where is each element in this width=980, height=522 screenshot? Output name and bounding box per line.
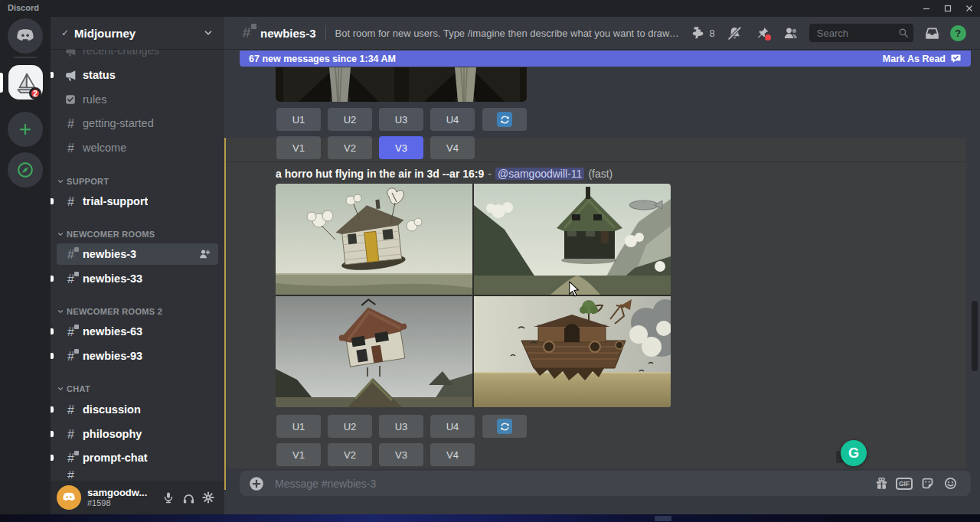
message-input[interactable] <box>273 477 870 491</box>
deafen-button[interactable] <box>178 487 198 508</box>
chevron-down-icon <box>203 28 214 38</box>
plus-icon <box>18 122 32 136</box>
button-u4[interactable]: U4 <box>430 108 475 131</box>
mark-as-read-button[interactable]: Mark As Read <box>883 53 962 64</box>
rules-icon <box>64 93 77 106</box>
button-v3[interactable]: V3 <box>379 443 423 466</box>
gift-button[interactable] <box>870 476 893 491</box>
chat-area: newbies-3 Bot room for new users. Type /… <box>224 17 980 514</box>
sidebar-item-discussion[interactable]: discussion <box>57 399 218 420</box>
channel-label: status <box>83 69 116 81</box>
chat-header: newbies-3 Bot room for new users. Type /… <box>224 17 980 49</box>
help-button[interactable]: ? <box>950 25 966 41</box>
button-u3[interactable]: U3 <box>379 415 423 438</box>
user-info[interactable]: samgoodw... #1598 <box>87 488 158 508</box>
search-box[interactable] <box>809 24 913 42</box>
button-u4[interactable]: U4 <box>430 415 475 438</box>
unread-pill <box>51 455 54 461</box>
button-u2[interactable]: U2 <box>328 108 372 131</box>
active-server-pill <box>0 73 3 93</box>
user-mention[interactable]: @samgoodwill-11 <box>495 168 584 180</box>
button-u1[interactable]: U1 <box>276 108 321 131</box>
notification-settings-button[interactable] <box>727 26 742 41</box>
mark-as-read-label: Mark As Read <box>883 54 946 64</box>
search-input[interactable] <box>815 27 898 40</box>
member-list-button[interactable] <box>783 25 799 41</box>
pinned-messages-button[interactable] <box>756 26 769 40</box>
discord-logo-icon <box>15 25 36 47</box>
unread-pill <box>51 328 54 334</box>
button-u1[interactable]: U1 <box>276 415 321 438</box>
category-newcomer-rooms-2[interactable]: NEWCOMER ROOMS 2 <box>57 305 218 318</box>
button-v1[interactable]: V1 <box>276 136 321 159</box>
inbox-button[interactable] <box>925 26 939 41</box>
button-v4[interactable]: V4 <box>430 136 475 159</box>
sidebar-item-trial-support[interactable]: trial-support <box>57 191 218 212</box>
threads-button[interactable]: 8 <box>691 26 715 40</box>
category-newcomer-rooms[interactable]: NEWCOMER ROOMS <box>57 227 218 241</box>
button-v1[interactable]: V1 <box>276 443 321 466</box>
mute-mic-button[interactable] <box>158 487 178 508</box>
sidebar-item-welcome[interactable]: welcome <box>57 137 218 158</box>
rail-divider <box>14 57 37 58</box>
sidebar-item-partial[interactable] <box>57 471 218 478</box>
sidebar-item-rules[interactable]: rules <box>57 89 218 110</box>
avatar[interactable] <box>57 485 81 510</box>
channel-hash-icon <box>239 25 254 41</box>
category-chat[interactable]: CHAT <box>57 382 218 396</box>
gif-picker-button[interactable]: GIF <box>893 478 916 490</box>
hash-badge-icon <box>64 248 77 261</box>
button-v2[interactable]: V2 <box>328 136 372 159</box>
button-v2[interactable]: V2 <box>328 443 372 466</box>
unread-pill <box>51 198 54 204</box>
question-mark-icon: ? <box>950 25 966 41</box>
category-support[interactable]: SUPPORT <box>57 175 218 188</box>
hash-badge-icon <box>64 325 77 338</box>
grid-image-2-mountain-cabin <box>474 184 671 295</box>
button-reroll[interactable] <box>482 108 527 131</box>
message-image-upscale[interactable] <box>276 67 527 102</box>
button-reroll[interactable] <box>482 415 527 438</box>
grammarly-widget[interactable]: G <box>841 440 867 466</box>
close-button[interactable] <box>959 0 980 17</box>
sidebar-item-prompt-chat[interactable]: prompt-chat <box>57 447 218 468</box>
discriminator: #1598 <box>87 498 158 508</box>
sidebar-item-philosophy[interactable]: philosophy <box>57 423 218 445</box>
explore-servers-button[interactable] <box>8 152 43 188</box>
sidebar-item-newbies-3[interactable]: newbies-3 <box>57 243 218 265</box>
chat-scrollbar-thumb[interactable] <box>972 301 978 371</box>
hash-badge-icon <box>64 452 77 465</box>
sidebar-item-newbies-63[interactable]: newbies-63 <box>57 321 218 342</box>
grammarly-icon[interactable]: G <box>841 440 867 466</box>
message-composer[interactable]: GIF <box>240 471 971 496</box>
sidebar-item-newbies-33[interactable]: newbies-33 <box>57 268 218 289</box>
sidebar-item-newbies-93[interactable]: newbies-93 <box>57 345 218 367</box>
grid-image-3-crooked-hut <box>276 296 472 407</box>
threads-icon <box>691 26 707 40</box>
sticker-button[interactable] <box>916 476 939 491</box>
create-invite-icon[interactable] <box>198 248 211 260</box>
channel-name: newbies-3 <box>260 27 316 40</box>
emoji-button[interactable] <box>939 476 962 491</box>
minimize-button[interactable] <box>916 0 937 17</box>
add-server-button[interactable] <box>8 112 43 147</box>
button-u2[interactable]: U2 <box>328 415 372 438</box>
sidebar-item-status[interactable]: status <box>57 64 218 86</box>
window-titlebar: Discord <box>0 0 980 17</box>
button-v4[interactable]: V4 <box>430 443 475 466</box>
button-u3[interactable]: U3 <box>379 108 423 131</box>
category-label: NEWCOMER ROOMS <box>67 230 155 239</box>
user-settings-button[interactable] <box>198 487 218 508</box>
taskbar-item <box>655 516 671 521</box>
button-v3-active[interactable]: V3 <box>379 136 423 159</box>
gift-icon <box>874 476 889 491</box>
home-button[interactable] <box>8 18 43 54</box>
maximize-button[interactable] <box>937 0 959 17</box>
hash-badge-icon <box>64 350 77 363</box>
sidebar-item-getting-started[interactable]: getting-started <box>57 113 218 134</box>
channel-topic[interactable]: Bot room for new users. Type /imagine th… <box>335 28 681 39</box>
new-messages-banner[interactable]: 67 new messages since 1:34 AM Mark As Re… <box>240 51 971 67</box>
attach-button[interactable] <box>249 476 264 491</box>
message-image-grid[interactable] <box>276 184 671 407</box>
server-header[interactable]: ✓ Midjourney <box>51 17 224 49</box>
